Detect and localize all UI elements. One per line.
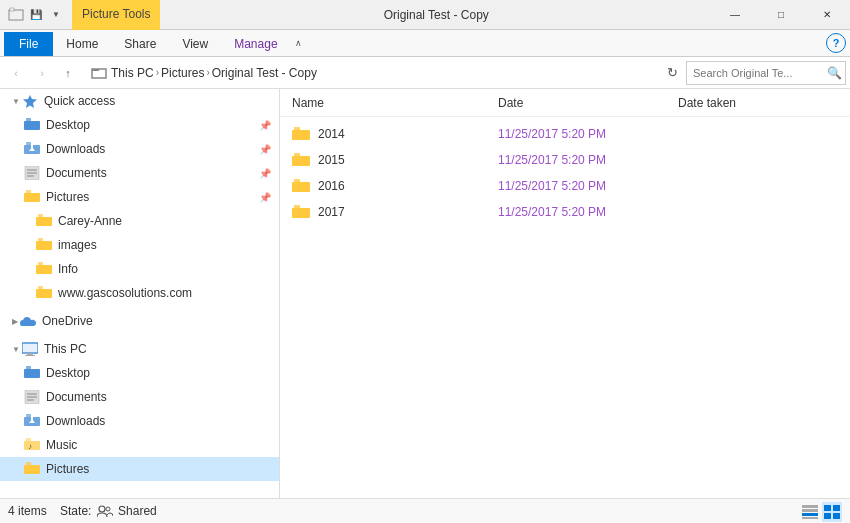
pin-icon-dl: 📌: [259, 144, 271, 155]
sidebar-item-gasco[interactable]: www.gascosolutions.com: [0, 281, 279, 305]
tab-view[interactable]: View: [169, 32, 221, 56]
svg-rect-1: [10, 8, 14, 11]
file-item-2016[interactable]: 2016 11/25/2017 5:20 PM: [280, 173, 850, 199]
downloads-qa-icon: [24, 141, 40, 157]
sidebar-item-info[interactable]: Info: [0, 257, 279, 281]
svg-rect-54: [802, 505, 818, 508]
careyanne-icon: [36, 213, 52, 229]
svg-rect-10: [31, 144, 33, 148]
window-controls: — □ ✕: [712, 0, 850, 30]
search-wrap: 🔍: [686, 61, 846, 85]
search-input[interactable]: [686, 61, 846, 85]
sidebar-item-downloads-pc[interactable]: Downloads: [0, 409, 279, 433]
path-thispc: This PC: [111, 66, 154, 80]
title-bar: 💾 ▼ Picture Tools Original Test - Copy —…: [0, 0, 850, 30]
svg-rect-61: [833, 513, 840, 519]
refresh-button[interactable]: ↻: [660, 61, 684, 85]
sidebar-item-quickaccess[interactable]: ▼ Quick access: [0, 89, 279, 113]
documents-pc-icon: [24, 389, 40, 405]
up-button[interactable]: ↑: [56, 61, 80, 85]
sidebar-item-images[interactable]: images: [0, 233, 279, 257]
ribbon: File Home Share View Manage ∧ ?: [0, 30, 850, 57]
help-button[interactable]: ?: [826, 33, 846, 53]
onedrive-icon: [20, 313, 36, 329]
status-items: 4 items State: Shared: [8, 504, 800, 520]
sidebar: ▼ Quick access Desktop 📌 Downloads 📌: [0, 89, 280, 498]
pictures-qa-icon: [24, 189, 40, 205]
view-icons: [800, 502, 842, 522]
tab-manage[interactable]: Manage: [221, 32, 290, 56]
large-view-button[interactable]: [822, 502, 842, 522]
svg-rect-48: [292, 182, 310, 192]
forward-button[interactable]: ›: [30, 61, 54, 85]
svg-rect-5: [24, 121, 40, 130]
images-icon: [36, 237, 52, 253]
maximize-button[interactable]: □: [758, 0, 804, 30]
col-header-date[interactable]: Date: [498, 96, 678, 110]
sidebar-item-music[interactable]: ♪ Music: [0, 433, 279, 457]
sidebar-item-pictures-qa[interactable]: Pictures 📌: [0, 185, 279, 209]
sidebar-item-downloads-qa[interactable]: Downloads 📌: [0, 137, 279, 161]
sidebar-item-documents-pc[interactable]: Documents: [0, 385, 279, 409]
details-view-button[interactable]: [800, 502, 820, 522]
sidebar-item-pictures-pc[interactable]: Pictures: [0, 457, 279, 481]
path-sep-1: ›: [156, 67, 159, 78]
path-folder: Original Test - Copy: [212, 66, 317, 80]
svg-rect-49: [294, 179, 300, 183]
svg-point-52: [99, 506, 105, 512]
documents-qa-icon: [24, 165, 40, 181]
sidebar-item-documents-qa[interactable]: Documents 📌: [0, 161, 279, 185]
tab-file[interactable]: File: [4, 32, 53, 56]
sidebar-item-desktop-pc[interactable]: Desktop: [0, 361, 279, 385]
ribbon-expand-icon[interactable]: ∧: [295, 38, 302, 48]
svg-rect-43: [26, 462, 31, 465]
col-header-datetaken[interactable]: Date taken: [678, 96, 838, 110]
svg-rect-38: [31, 416, 33, 420]
folder-icon-2016: [292, 177, 310, 195]
svg-rect-45: [294, 127, 300, 131]
search-icon[interactable]: 🔍: [827, 66, 842, 80]
svg-rect-29: [24, 369, 40, 378]
main-layout: ▼ Quick access Desktop 📌 Downloads 📌: [0, 89, 850, 498]
tab-share[interactable]: Share: [111, 32, 169, 56]
minimize-button[interactable]: —: [712, 0, 758, 30]
sidebar-item-onedrive[interactable]: ▶ OneDrive: [0, 309, 279, 333]
qat-dropdown[interactable]: ▼: [48, 7, 64, 23]
svg-rect-30: [26, 366, 31, 369]
picture-tools-text: Picture Tools: [82, 7, 150, 21]
svg-rect-44: [292, 130, 310, 140]
svg-rect-20: [38, 238, 43, 241]
back-button[interactable]: ‹: [4, 61, 28, 85]
file-item-2017[interactable]: 2017 11/25/2017 5:20 PM: [280, 199, 850, 225]
sidebar-item-thispc[interactable]: ▼ This PC: [0, 337, 279, 361]
address-path[interactable]: This PC › Pictures › Original Test - Cop…: [82, 61, 658, 85]
svg-rect-27: [27, 353, 33, 355]
save-icon[interactable]: 💾: [28, 7, 44, 23]
svg-rect-47: [294, 153, 300, 157]
svg-rect-55: [802, 509, 818, 512]
svg-rect-28: [25, 355, 35, 356]
svg-rect-8: [26, 142, 31, 145]
svg-marker-4: [23, 95, 37, 108]
svg-rect-0: [9, 10, 23, 20]
path-sep-2: ›: [206, 67, 209, 78]
svg-rect-19: [36, 241, 52, 250]
sidebar-item-desktop-qa[interactable]: Desktop 📌: [0, 113, 279, 137]
svg-rect-21: [36, 265, 52, 274]
svg-rect-51: [294, 205, 300, 209]
tab-home[interactable]: Home: [53, 32, 111, 56]
items-count: 4 items: [8, 504, 47, 518]
col-header-name[interactable]: Name: [292, 96, 498, 110]
sidebar-item-careyanne[interactable]: Carey-Anne: [0, 209, 279, 233]
onedrive-expand-icon: ▶: [12, 317, 18, 326]
info-icon: [36, 261, 52, 277]
title-bar-icons: 💾 ▼: [0, 7, 72, 23]
file-item-2015[interactable]: 2015 11/25/2017 5:20 PM: [280, 147, 850, 173]
file-item-2014[interactable]: 2014 11/25/2017 5:20 PM: [280, 121, 850, 147]
close-button[interactable]: ✕: [804, 0, 850, 30]
status-bar: 4 items State: Shared: [0, 498, 850, 523]
pictures-pc-icon: [24, 461, 40, 477]
downloads-pc-icon: [24, 413, 40, 429]
quickaccess-icon: [22, 93, 38, 109]
svg-rect-42: [24, 465, 40, 474]
